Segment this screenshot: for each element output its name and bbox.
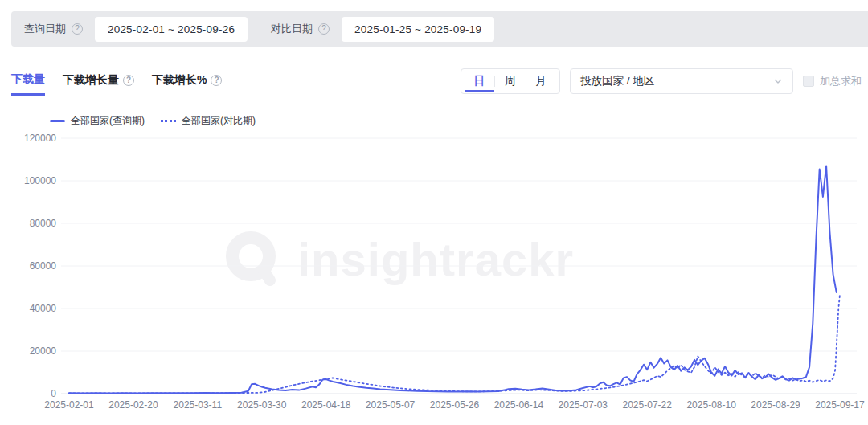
tab-download-growth[interactable]: 下载增长量 ?: [63, 68, 134, 94]
tab-downloads[interactable]: 下载量: [11, 67, 45, 96]
legend-item-query-period[interactable]: 全部国家(查询期): [50, 114, 145, 128]
country-region-dropdown-placeholder: 投放国家 / 地区: [580, 74, 654, 88]
x-axis-label: 2025-04-18: [301, 399, 351, 411]
tab-download-growth-label: 下载增长量: [63, 73, 119, 88]
x-axis-label: 2025-05-07: [366, 399, 416, 411]
x-axis-label: 2025-09-17: [815, 399, 865, 411]
tab-download-growth-help-icon[interactable]: ?: [123, 75, 134, 86]
x-axis-label: 2025-07-22: [623, 399, 673, 411]
compare-date-label: 对比日期: [271, 22, 313, 36]
metric-tabs: 下载量 下载增长量 ? 下载增长% ?: [11, 67, 222, 96]
tab-download-growth-pct[interactable]: 下载增长% ?: [152, 68, 222, 94]
chart-toolbar: 下载量 下载增长量 ? 下载增长% ? 日 周 月 投放国家 / 地区 加总求和: [0, 67, 868, 96]
y-axis-label: 0: [51, 388, 56, 399]
granularity-switch: 日 周 月: [461, 68, 561, 94]
toolbar-right-controls: 日 周 月 投放国家 / 地区 加总求和: [461, 68, 864, 94]
x-axis-label: 2025-06-14: [494, 399, 544, 411]
tab-downloads-label: 下载量: [11, 72, 45, 87]
legend-query-period-label: 全部国家(查询期): [71, 114, 145, 128]
solid-line-swatch-icon: [50, 120, 65, 122]
query-date-label: 查询日期: [24, 22, 66, 36]
query-date-help-icon[interactable]: ?: [72, 23, 83, 35]
legend-item-compare-period[interactable]: 全部国家(对比期): [161, 114, 256, 128]
country-region-dropdown[interactable]: 投放国家 / 地区: [570, 68, 793, 94]
query-period-line: [69, 166, 837, 393]
y-axis-label: 100000: [24, 175, 56, 186]
sum-total-checkbox[interactable]: [803, 76, 814, 87]
y-axis-label: 20000: [30, 345, 57, 357]
x-axis-label: 2025-03-11: [174, 399, 223, 411]
granularity-week[interactable]: 周: [495, 71, 526, 92]
x-axis-label: 2025-02-20: [108, 399, 158, 411]
chevron-down-icon: [773, 76, 783, 86]
legend-compare-period-label: 全部国家(对比期): [182, 114, 256, 128]
chart-legend: 全部国家(查询期) 全部国家(对比期): [50, 114, 256, 128]
date-filter-bar: 查询日期 ? 2025-02-01 ~ 2025-09-26 对比日期 ? 20…: [11, 11, 868, 47]
x-axis-label: 2025-05-26: [430, 399, 480, 411]
tab-download-growth-pct-label: 下载增长%: [152, 73, 207, 88]
y-axis-label: 60000: [30, 260, 57, 272]
sum-total-checkbox-group[interactable]: 加总求和: [803, 74, 863, 88]
x-axis-label: 2025-07-03: [559, 399, 608, 411]
sum-total-checkbox-label: 加总求和: [820, 74, 862, 88]
granularity-day[interactable]: 日: [465, 71, 495, 92]
dotted-line-swatch-icon: [161, 120, 176, 122]
tab-download-growth-pct-help-icon[interactable]: ?: [211, 75, 222, 86]
y-axis-label: 120000: [24, 133, 56, 144]
x-axis-label: 2025-08-10: [686, 399, 736, 411]
downloads-line-chart[interactable]: 0200004000060000800001000001200002025-02…: [0, 129, 868, 425]
x-axis-label: 2025-02-01: [44, 399, 94, 411]
compare-date-range-input[interactable]: 2025-01-25 ~ 2025-09-19: [342, 17, 494, 42]
x-axis-label: 2025-08-29: [751, 399, 800, 411]
query-date-range-input[interactable]: 2025-02-01 ~ 2025-09-26: [95, 17, 248, 42]
granularity-month[interactable]: 月: [526, 71, 557, 92]
y-axis-label: 40000: [30, 303, 57, 314]
compare-date-help-icon[interactable]: ?: [318, 23, 330, 35]
x-axis-label: 2025-03-30: [237, 399, 287, 411]
y-axis-label: 80000: [30, 218, 57, 229]
compare-period-line: [69, 295, 840, 394]
